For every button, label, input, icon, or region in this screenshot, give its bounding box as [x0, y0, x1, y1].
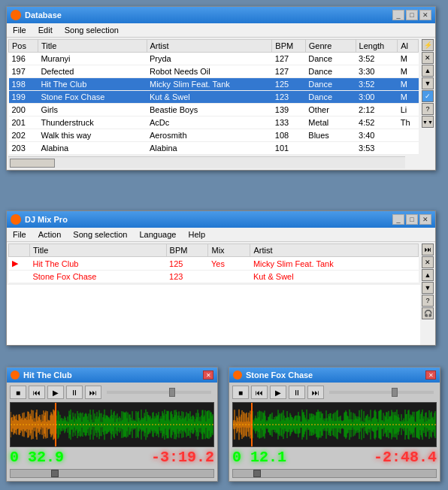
dj-menu-song-selection[interactable]: Song selection [70, 229, 130, 240]
player2-play[interactable]: ▶ [270, 386, 286, 399]
player2-position-slider[interactable] [232, 469, 437, 478]
menu-file[interactable]: File [10, 25, 29, 35]
close-button[interactable]: ✕ [419, 10, 431, 20]
db-cell-artist: Robot Needs Oil [147, 65, 272, 78]
player2-volume-slider[interactable] [329, 391, 434, 394]
db-cell-genre: Dance [305, 65, 356, 78]
player2-volume-thumb[interactable] [392, 388, 398, 397]
player1-title-bar: Hit The Club ✕ [7, 368, 217, 383]
player1-pause[interactable]: ⏸ [66, 386, 83, 399]
mix-table-row[interactable]: Stone Fox Chase 123 Kut & Swel [9, 271, 419, 283]
dj-window-icon [11, 214, 21, 225]
menu-song-selection[interactable]: Song selection [62, 25, 122, 35]
db-cell-bpm: 101 [272, 142, 305, 155]
player1-waveform [10, 402, 214, 447]
player2-window: Stone Fox Chase ✕ ■ ⏮ ▶ ⏸ ⏭ 0 12.1 -2:48… [229, 367, 440, 482]
db-table-row[interactable]: 199 Stone Fox Chase Kut & Swel 123 Dance… [9, 91, 419, 104]
db-cell-artist: Micky Slim Feat. Tank [147, 78, 272, 91]
db-cell-genre: Dance [305, 53, 356, 65]
db-cell-bpm: 108 [272, 129, 305, 142]
player1-time-display: 0 32.9 -3:19.2 [10, 447, 214, 467]
dj-mix-window: DJ Mix Pro _ □ ✕ File Action Song select… [6, 210, 436, 346]
horizontal-scrollbar[interactable] [8, 156, 405, 168]
menu-edit[interactable]: Edit [35, 25, 56, 35]
minimize-button[interactable]: _ [392, 10, 404, 20]
db-table-row[interactable]: 203 Alabina Alabina 101 3:53 [9, 142, 419, 155]
player2-time-display: 0 12.1 -2:48.4 [232, 447, 437, 467]
db-btn-close[interactable]: ✕ [422, 52, 434, 64]
dj-close-button[interactable]: ✕ [419, 214, 431, 225]
mix-table-row[interactable]: ▶ Hit The Club 125 Yes Micky Slim Feat. … [9, 257, 419, 271]
player1-body: ■ ⏮ ▶ ⏸ ⏭ 0 32.9 -3:19.2 [7, 383, 217, 481]
dj-btn-skip[interactable]: ⏭ [422, 243, 434, 256]
dj-minimize-button[interactable]: _ [392, 214, 404, 225]
player2-next[interactable]: ⏭ [307, 386, 324, 399]
db-table-row[interactable]: 201 Thunderstruck AcDc 133 Metal 4:52 Th [9, 116, 419, 129]
mix-cell-artist: Micky Slim Feat. Tank [250, 257, 419, 271]
dj-menu-language[interactable]: Language [136, 229, 179, 240]
db-btn-down[interactable]: ▼ [422, 77, 434, 89]
mix-cell-indicator: ▶ [9, 257, 30, 271]
player1-pos-thumb[interactable] [51, 470, 59, 477]
dj-maximize-button[interactable]: □ [406, 214, 418, 225]
scroll-thumb[interactable] [10, 159, 55, 168]
player1-play[interactable]: ▶ [47, 386, 64, 399]
db-cell-bpm: 127 [272, 53, 305, 65]
dj-btn-close[interactable]: ✕ [422, 256, 434, 268]
database-right-sidebar: ⚡ ✕ ▲ ▼ ✓ ? ▼▼ [420, 38, 435, 170]
mix-col-indicator [9, 244, 30, 257]
player1-position-slider[interactable] [10, 469, 214, 478]
db-cell-al: Th [398, 116, 419, 129]
db-cell-title: Stone Fox Chase [38, 91, 147, 104]
player1-stop[interactable]: ■ [10, 386, 26, 399]
player1-volume-thumb[interactable] [169, 388, 175, 397]
database-window: Database _ □ ✕ File Edit Song selection … [6, 6, 436, 171]
dj-menu-file[interactable]: File [10, 229, 29, 240]
db-btn-up[interactable]: ▲ [422, 65, 434, 77]
db-cell-al: M [398, 53, 419, 65]
player1-volume-slider[interactable] [107, 391, 211, 394]
db-cell-artist: Alabina [147, 142, 272, 155]
dj-menu-action[interactable]: Action [35, 229, 65, 240]
maximize-button[interactable]: □ [406, 10, 418, 20]
database-menu-bar: File Edit Song selection [7, 23, 435, 38]
db-cell-genre: Dance [305, 91, 356, 104]
col-header-length: Length [356, 40, 398, 53]
player2-stop[interactable]: ■ [232, 386, 249, 399]
db-cell-length: 3:40 [356, 129, 398, 142]
db-cell-al: Li [398, 104, 419, 116]
db-table-row[interactable]: 202 Walk this way Aerosmith 108 Blues 3:… [9, 129, 419, 142]
player2-close[interactable]: ✕ [425, 371, 436, 380]
db-cell-pos: 198 [9, 78, 38, 91]
player1-next[interactable]: ⏭ [85, 386, 101, 399]
mix-table-container: Title BPM Mix Artist ▶ Hit The Club 125 … [8, 243, 419, 283]
db-cell-length: 3:52 [356, 53, 398, 65]
dj-btn-down[interactable]: ▼ [422, 282, 434, 294]
db-cell-pos: 197 [9, 65, 38, 78]
dj-btn-headphones[interactable]: 🎧 [422, 307, 434, 319]
player1-icon [11, 371, 20, 380]
db-btn-check[interactable]: ✓ [422, 90, 434, 102]
player2-prev[interactable]: ⏮ [251, 386, 268, 399]
mix-col-bpm: BPM [166, 244, 208, 257]
dj-menu-help[interactable]: Help [185, 229, 208, 240]
db-table-row[interactable]: 198 Hit The Club Micky Slim Feat. Tank 1… [9, 78, 419, 91]
db-cell-title: Defected [38, 65, 147, 78]
db-cell-pos: 201 [9, 116, 38, 129]
database-title-bar: Database _ □ ✕ [7, 7, 435, 23]
db-table-row[interactable]: 197 Defected Robot Needs Oil 127 Dance 3… [9, 65, 419, 78]
player2-pos-thumb[interactable] [253, 470, 261, 477]
player1-close[interactable]: ✕ [203, 371, 213, 380]
mix-cell-title: Stone Fox Chase [29, 271, 166, 283]
player1-prev[interactable]: ⏮ [29, 386, 45, 399]
db-btn-collapse[interactable]: ▼▼ [422, 116, 434, 128]
db-cell-pos: 199 [9, 91, 38, 104]
db-btn-flash[interactable]: ⚡ [422, 39, 434, 51]
db-table-row[interactable]: 196 Muranyi Pryda 127 Dance 3:52 M [9, 53, 419, 65]
db-table-row[interactable]: 200 Girls Beastie Boys 139 Other 2:12 Li [9, 104, 419, 116]
db-cell-title: Hit The Club [38, 78, 147, 91]
player2-pause[interactable]: ⏸ [289, 386, 305, 399]
dj-btn-help[interactable]: ? [422, 295, 434, 307]
db-btn-help[interactable]: ? [422, 103, 434, 115]
dj-btn-up[interactable]: ▲ [422, 269, 434, 281]
